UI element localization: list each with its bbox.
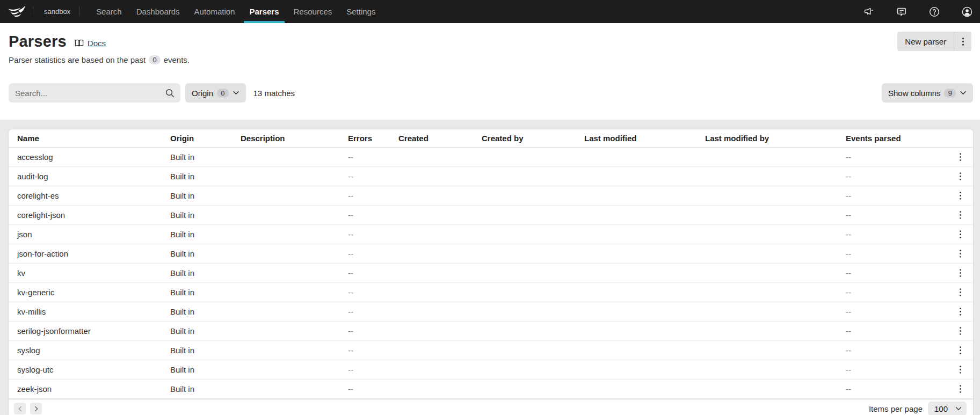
row-actions-kebab-button[interactable] bbox=[953, 246, 968, 261]
row-actions-kebab-button[interactable] bbox=[953, 169, 968, 184]
row-actions-kebab-button[interactable] bbox=[953, 324, 968, 339]
column-header-events-parsed[interactable]: Events parsed bbox=[846, 134, 947, 143]
show-columns-dropdown[interactable]: Show columns 9 bbox=[882, 83, 973, 103]
subtitle-suffix: events. bbox=[164, 55, 190, 64]
cell-origin: Built in bbox=[170, 249, 241, 258]
crowdstrike-falcon-logo[interactable] bbox=[8, 0, 27, 23]
user-avatar[interactable] bbox=[961, 6, 973, 18]
cell-errors: -- bbox=[348, 268, 398, 278]
cell-name: syslog bbox=[17, 346, 170, 355]
search-box bbox=[9, 83, 180, 103]
table-row[interactable]: zeek-json Built in -- -- bbox=[9, 380, 973, 399]
kebab-icon bbox=[959, 326, 962, 336]
cell-errors: -- bbox=[348, 346, 398, 355]
cell-name: kv-generic bbox=[17, 288, 170, 297]
kebab-icon bbox=[959, 307, 962, 316]
new-parser-button[interactable]: New parser bbox=[897, 32, 954, 51]
search-input[interactable] bbox=[15, 89, 165, 98]
subtitle-prefix: Parser statistics are based on the past bbox=[9, 55, 146, 64]
row-actions-kebab-button[interactable] bbox=[953, 188, 968, 203]
header-kebab-menu-button[interactable] bbox=[954, 32, 971, 51]
cell-origin: Built in bbox=[170, 152, 241, 162]
table-row[interactable]: syslog-utc Built in -- -- bbox=[9, 360, 973, 380]
kebab-icon bbox=[959, 249, 962, 258]
table-row[interactable]: json-for-action Built in -- -- bbox=[9, 244, 973, 264]
table-row[interactable]: corelight-es Built in -- -- bbox=[9, 186, 973, 206]
nav-tab-search[interactable]: Search bbox=[91, 0, 127, 23]
search-icon bbox=[165, 88, 175, 98]
cell-name: serilog-jsonformatter bbox=[17, 326, 170, 336]
cell-errors: -- bbox=[348, 365, 398, 374]
row-actions-kebab-button[interactable] bbox=[953, 362, 968, 377]
kebab-icon bbox=[959, 288, 962, 297]
kebab-icon bbox=[959, 346, 962, 355]
table-row[interactable]: kv-millis Built in -- -- bbox=[9, 302, 973, 322]
row-actions-kebab-button[interactable] bbox=[953, 343, 968, 358]
table-row[interactable]: kv-generic Built in -- -- bbox=[9, 283, 973, 302]
events-count-badge: 0 bbox=[149, 55, 161, 64]
nav-tab-settings[interactable]: Settings bbox=[341, 0, 381, 23]
next-page-button[interactable] bbox=[30, 403, 42, 414]
table-row[interactable]: audit-log Built in -- -- bbox=[9, 167, 973, 186]
column-header-created-by[interactable]: Created by bbox=[482, 134, 584, 143]
row-actions-kebab-button[interactable] bbox=[953, 150, 968, 165]
table-row[interactable]: serilog-jsonformatter Built in -- -- bbox=[9, 322, 973, 341]
chevron-right-icon bbox=[34, 406, 38, 412]
kebab-icon bbox=[959, 384, 962, 394]
table-row[interactable]: corelight-json Built in -- -- bbox=[9, 206, 973, 225]
docs-link-label[interactable]: Docs bbox=[88, 39, 106, 48]
nav-tab-resources[interactable]: Resources bbox=[288, 0, 338, 23]
column-header-origin[interactable]: Origin bbox=[170, 134, 241, 143]
column-header-last-modified[interactable]: Last modified bbox=[584, 134, 705, 143]
chevron-left-icon bbox=[18, 406, 22, 412]
cell-origin: Built in bbox=[170, 172, 241, 181]
previous-page-button[interactable] bbox=[14, 403, 26, 414]
cell-events-parsed: -- bbox=[846, 307, 947, 316]
row-actions-kebab-button[interactable] bbox=[953, 208, 968, 223]
kebab-icon bbox=[959, 268, 962, 278]
row-actions-kebab-button[interactable] bbox=[953, 266, 968, 281]
cell-origin: Built in bbox=[170, 326, 241, 336]
cell-errors: -- bbox=[348, 172, 398, 181]
announcements-icon[interactable] bbox=[863, 6, 875, 18]
cell-name: kv bbox=[17, 268, 170, 278]
nav-tab-parsers[interactable]: Parsers bbox=[244, 0, 284, 23]
column-header-description[interactable]: Description bbox=[241, 134, 348, 143]
cell-name: accesslog bbox=[17, 152, 170, 162]
column-header-errors[interactable]: Errors bbox=[348, 134, 398, 143]
matches-count: 13 matches bbox=[253, 89, 295, 98]
table-area: NameOriginDescriptionErrorsCreatedCreate… bbox=[0, 120, 980, 415]
chevron-down-icon bbox=[960, 91, 967, 95]
cell-name: kv-millis bbox=[17, 307, 170, 316]
items-per-page-select[interactable]: 100 bbox=[928, 402, 967, 415]
cell-origin: Built in bbox=[170, 230, 241, 239]
table-row[interactable]: json Built in -- -- bbox=[9, 225, 973, 244]
origin-filter-count-badge: 0 bbox=[217, 89, 229, 98]
kebab-icon bbox=[959, 172, 962, 181]
nav-tabs: SearchDashboardsAutomationParsersResourc… bbox=[91, 0, 381, 23]
repository-name[interactable]: sandbox bbox=[33, 0, 79, 23]
row-actions-kebab-button[interactable] bbox=[953, 382, 968, 397]
cell-events-parsed: -- bbox=[846, 210, 947, 220]
table-row[interactable]: accesslog Built in -- -- bbox=[9, 148, 973, 167]
nav-tab-dashboards[interactable]: Dashboards bbox=[131, 0, 185, 23]
column-header-created[interactable]: Created bbox=[398, 134, 482, 143]
row-actions-kebab-button[interactable] bbox=[953, 285, 968, 300]
show-columns-label: Show columns bbox=[888, 89, 941, 98]
row-actions-kebab-button[interactable] bbox=[953, 227, 968, 242]
title-row: Parsers Docs New parser bbox=[9, 31, 971, 52]
cell-origin: Built in bbox=[170, 210, 241, 220]
docs-link[interactable]: Docs bbox=[74, 38, 106, 48]
nav-tab-automation[interactable]: Automation bbox=[189, 0, 241, 23]
table-row[interactable]: syslog Built in -- -- bbox=[9, 341, 973, 360]
column-header-last-modified-by[interactable]: Last modified by bbox=[705, 134, 846, 143]
help-icon[interactable] bbox=[928, 6, 940, 18]
cell-events-parsed: -- bbox=[846, 172, 947, 181]
column-header-name[interactable]: Name bbox=[17, 134, 170, 143]
cell-errors: -- bbox=[348, 288, 398, 297]
row-actions-kebab-button[interactable] bbox=[953, 304, 968, 319]
table-row[interactable]: kv Built in -- -- bbox=[9, 264, 973, 283]
feedback-icon[interactable] bbox=[896, 6, 908, 18]
origin-filter-dropdown[interactable]: Origin 0 bbox=[185, 83, 246, 103]
cell-events-parsed: -- bbox=[846, 326, 947, 336]
